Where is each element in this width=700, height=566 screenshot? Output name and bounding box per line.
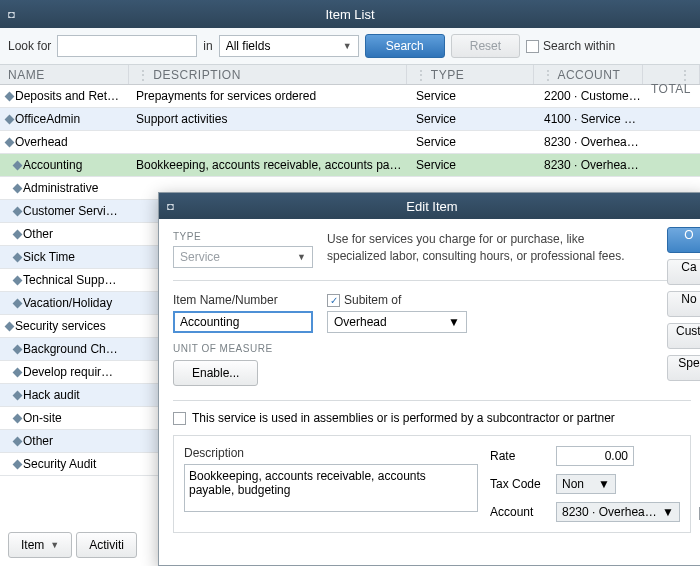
diamond-icon — [13, 413, 23, 423]
row-name: Other — [23, 434, 53, 448]
chevron-down-icon: ▼ — [297, 252, 306, 262]
diamond-icon — [13, 183, 23, 193]
taxcode-label: Tax Code — [490, 477, 548, 491]
item-list-titlebar[interactable]: ◘ Item List — [0, 0, 700, 28]
row-name: Security services — [15, 319, 106, 333]
subitem-checkbox[interactable]: ✓ Subitem of — [327, 293, 467, 307]
chevron-down-icon: ▼ — [662, 505, 674, 519]
checkbox-box — [173, 412, 186, 425]
subcontractor-row: This service is used in assemblies or is… — [173, 400, 691, 425]
row-type: Service — [410, 135, 538, 149]
type-block: TYPE Service ▼ Use for services you char… — [173, 231, 691, 281]
rate-label: Rate — [490, 449, 548, 463]
diamond-icon — [5, 137, 15, 147]
row-account: 2200 · Customer… — [538, 89, 648, 103]
in-label: in — [203, 39, 212, 53]
chevron-down-icon: ▼ — [598, 477, 610, 491]
account-label: Account — [490, 505, 548, 519]
diamond-icon — [13, 206, 23, 216]
spelling-button[interactable]: Spe — [667, 355, 700, 381]
row-name: Background Ch… — [23, 342, 118, 356]
row-name: Deposits and Ret… — [15, 89, 119, 103]
activities-menu-button[interactable]: Activiti — [76, 532, 137, 558]
expand-icon[interactable]: ◘ — [8, 8, 15, 20]
diamond-icon — [5, 114, 15, 124]
table-row[interactable]: Deposits and Ret…Prepayments for service… — [0, 85, 700, 108]
edit-item-right-buttons: O Ca No Custo Spe — [667, 227, 700, 381]
search-button[interactable]: Search — [365, 34, 445, 58]
enable-button[interactable]: Enable... — [173, 360, 258, 386]
col-type: ⋮ TYPE — [407, 65, 534, 84]
table-row[interactable]: OverheadService8230 · Overhead … — [0, 131, 700, 154]
footer-buttons: Item ▼ Activiti — [8, 532, 137, 558]
row-name: Other — [23, 227, 53, 241]
item-list-title: Item List — [325, 7, 374, 22]
item-name-fields: Item Name/Number ✓ Subitem of Overhead ▼ — [173, 293, 691, 333]
diamond-icon — [13, 344, 23, 354]
row-name: Security Audit — [23, 457, 96, 471]
diamond-icon — [5, 91, 15, 101]
rate-input[interactable] — [556, 446, 634, 466]
description-textarea[interactable] — [184, 464, 478, 512]
in-fields-dropdown[interactable]: All fields ▼ — [219, 35, 359, 57]
notes-button[interactable]: No — [667, 291, 700, 317]
row-name: OfficeAdmin — [15, 112, 80, 126]
description-block: Description Rate Tax Code Non ▼ Account — [173, 435, 691, 533]
diamond-icon — [13, 436, 23, 446]
row-account: 8230 · Overhead … — [538, 135, 648, 149]
checkbox-box: ✓ — [327, 294, 340, 307]
row-account: 8230 · Overhead … — [538, 158, 648, 172]
row-name: Sick Time — [23, 250, 75, 264]
account-dropdown[interactable]: 8230 · Overhea… ▼ — [556, 502, 680, 522]
row-name: Customer Servi… — [23, 204, 118, 218]
subcontractor-label: This service is used in assemblies or is… — [192, 411, 615, 425]
diamond-icon — [13, 459, 23, 469]
reset-button[interactable]: Reset — [451, 34, 520, 58]
chevron-down-icon: ▼ — [343, 41, 352, 51]
custom-fields-button[interactable]: Custo — [667, 323, 700, 349]
item-name-input[interactable] — [173, 311, 313, 333]
table-row[interactable]: OfficeAdminSupport activitiesService4100… — [0, 108, 700, 131]
row-account: 4100 · Service R… — [538, 112, 648, 126]
diamond-icon — [13, 298, 23, 308]
expand-icon[interactable]: ◘ — [167, 200, 174, 212]
search-within-checkbox[interactable]: Search within — [526, 39, 615, 53]
uom-block: UNIT OF MEASURE Enable... — [173, 343, 691, 386]
row-description: Prepayments for services ordered — [130, 89, 410, 103]
subitem-dropdown[interactable]: Overhead ▼ — [327, 311, 467, 333]
diamond-icon — [5, 321, 15, 331]
search-bar: Look for in All fields ▼ Search Reset Se… — [0, 28, 700, 65]
diamond-icon — [13, 390, 23, 400]
row-type: Service — [410, 158, 538, 172]
table-row[interactable]: AccountingBookkeeping, accounts receivab… — [0, 154, 700, 177]
type-dropdown[interactable]: Service ▼ — [173, 246, 313, 268]
edit-item-title: Edit Item — [406, 199, 457, 214]
uom-label: UNIT OF MEASURE — [173, 343, 691, 354]
diamond-icon — [13, 160, 23, 170]
col-total: ⋮ TOTAL — [643, 65, 700, 84]
col-description: ⋮ DESCRIPTION — [129, 65, 407, 84]
row-name: Accounting — [23, 158, 82, 172]
diamond-icon — [13, 229, 23, 239]
search-within-label: Search within — [543, 39, 615, 53]
ok-button[interactable]: O — [667, 227, 700, 253]
look-for-input[interactable] — [57, 35, 197, 57]
item-menu-button[interactable]: Item ▼ — [8, 532, 72, 558]
diamond-icon — [13, 275, 23, 285]
edit-item-titlebar[interactable]: ◘ Edit Item — [159, 193, 700, 219]
taxcode-dropdown[interactable]: Non ▼ — [556, 474, 616, 494]
row-name: Hack audit — [23, 388, 80, 402]
column-headers: NAME ⋮ DESCRIPTION ⋮ TYPE ⋮ ACCOUNT ⋮ TO… — [0, 65, 700, 85]
type-label: TYPE — [173, 231, 313, 242]
item-name-label: Item Name/Number — [173, 293, 313, 307]
col-account: ⋮ ACCOUNT — [534, 65, 643, 84]
row-name: Develop requir… — [23, 365, 113, 379]
cancel-button[interactable]: Ca — [667, 259, 700, 285]
subcontractor-checkbox[interactable] — [173, 412, 186, 425]
checkbox-box — [526, 40, 539, 53]
diamond-icon — [13, 252, 23, 262]
row-name: On-site — [23, 411, 62, 425]
description-label: Description — [184, 446, 478, 460]
in-fields-value: All fields — [226, 39, 271, 53]
row-name: Vacation/Holiday — [23, 296, 112, 310]
